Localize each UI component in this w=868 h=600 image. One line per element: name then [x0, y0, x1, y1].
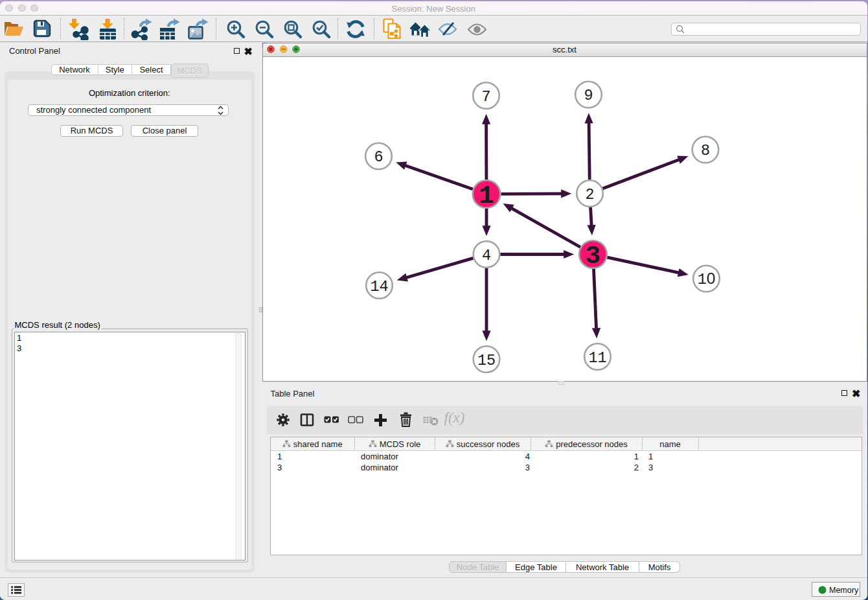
svg-text:1: 1 — [479, 181, 494, 210]
svg-text:11: 11 — [588, 349, 606, 366]
svg-text:15: 15 — [477, 351, 495, 369]
svg-text:9: 9 — [584, 87, 593, 104]
svg-text:2: 2 — [585, 185, 594, 203]
svg-text:4: 4 — [481, 246, 490, 264]
svg-text:7: 7 — [481, 87, 490, 105]
svg-text:3: 3 — [585, 242, 600, 270]
svg-text:8: 8 — [700, 142, 709, 159]
svg-text:10: 10 — [697, 270, 715, 288]
svg-text:6: 6 — [374, 148, 383, 166]
svg-text:14: 14 — [370, 277, 388, 295]
